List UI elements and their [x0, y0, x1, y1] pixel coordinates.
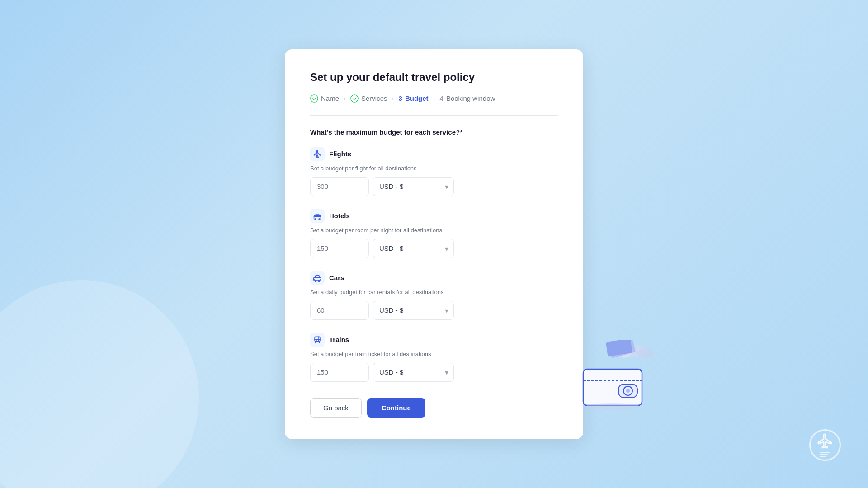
step-booking-label: Booking window — [446, 94, 495, 102]
step-budget-label: Budget — [405, 94, 429, 102]
section-question: What's the maximum budget for each servi… — [310, 128, 558, 136]
check-icon-services — [350, 94, 359, 103]
step-divider-1: › — [344, 94, 346, 102]
trains-description: Set a budget per train ticket for all de… — [310, 351, 558, 357]
step-services-label: Services — [361, 94, 387, 102]
cars-icon — [310, 271, 325, 285]
check-icon-name — [310, 94, 318, 103]
section-divider — [310, 115, 558, 116]
svg-point-8 — [316, 340, 317, 341]
flights-budget-input[interactable] — [310, 177, 369, 196]
trains-currency-select[interactable]: USD - $ EUR - € GBP - £ JPY - ¥ — [373, 363, 454, 382]
cars-currency-select[interactable]: USD - $ EUR - € GBP - £ JPY - ¥ — [373, 301, 454, 320]
step-divider-2: › — [392, 94, 394, 102]
svg-point-11 — [637, 348, 654, 358]
flights-inputs: USD - $ EUR - € GBP - £ JPY - ¥ ▾ — [310, 177, 558, 196]
service-header-flights: Flights — [310, 147, 558, 161]
stepper: Name › Services › 3 Budget › 4 Booking w… — [310, 94, 558, 103]
hotels-inputs: USD - $ EUR - € GBP - £ JPY - ¥ ▾ — [310, 239, 558, 258]
hotels-budget-input[interactable] — [310, 239, 369, 258]
service-header-hotels: Hotels — [310, 209, 558, 223]
flights-label: Flights — [329, 150, 351, 158]
go-back-button[interactable]: Go back — [310, 398, 362, 418]
svg-point-9 — [318, 340, 319, 341]
service-block-trains: Trains Set a budget per train ticket for… — [310, 333, 558, 382]
step-divider-3: › — [433, 94, 435, 102]
service-block-cars: Cars Set a daily budget for car rentals … — [310, 271, 558, 320]
corner-airplane-icon — [809, 429, 841, 461]
cars-currency-wrapper: USD - $ EUR - € GBP - £ JPY - ¥ ▾ — [373, 301, 454, 320]
svg-point-1 — [351, 94, 358, 102]
cars-label: Cars — [329, 274, 344, 282]
service-header-trains: Trains — [310, 333, 558, 347]
flights-icon — [310, 147, 325, 161]
step-name-label: Name — [321, 94, 339, 102]
wallet-illustration — [570, 340, 660, 412]
svg-point-20 — [585, 403, 640, 410]
step-booking-num: 4 — [440, 94, 443, 102]
cars-description: Set a daily budget for car rentals for a… — [310, 289, 558, 296]
step-booking-window: 4 Booking window — [440, 94, 495, 102]
bed-icon — [313, 212, 321, 220]
flights-currency-select[interactable]: USD - $ EUR - € GBP - £ JPY - ¥ — [373, 177, 454, 196]
action-buttons: Go back Continue — [310, 398, 558, 418]
hotels-icon — [310, 209, 325, 223]
flights-currency-wrapper: USD - $ EUR - € GBP - £ JPY - ¥ ▾ — [373, 177, 454, 196]
trains-currency-wrapper: USD - $ EUR - € GBP - £ JPY - ¥ ▾ — [373, 363, 454, 382]
svg-rect-4 — [314, 277, 321, 281]
svg-point-0 — [311, 94, 318, 102]
car-icon — [313, 274, 321, 282]
trains-label: Trains — [329, 336, 349, 343]
step-budget: 3 Budget — [399, 94, 429, 102]
trains-inputs: USD - $ EUR - € GBP - £ JPY - ¥ ▾ — [310, 363, 558, 382]
wallet-svg — [570, 340, 660, 412]
svg-rect-3 — [319, 219, 320, 220]
svg-rect-2 — [315, 219, 316, 220]
flights-description: Set a budget per flight for all destinat… — [310, 165, 558, 172]
step-budget-num: 3 — [399, 94, 402, 102]
continue-button[interactable]: Continue — [367, 398, 425, 418]
main-card: Set up your default travel policy Name ›… — [285, 49, 583, 439]
cars-inputs: USD - $ EUR - € GBP - £ JPY - ¥ ▾ — [310, 301, 558, 320]
svg-point-19 — [626, 389, 630, 393]
trains-budget-input[interactable] — [310, 363, 369, 382]
train-icon — [313, 336, 321, 344]
hotels-label: Hotels — [329, 212, 350, 220]
service-block-flights: Flights Set a budget per flight for all … — [310, 147, 558, 196]
airplane-svg — [817, 433, 833, 449]
step-services: Services — [350, 94, 387, 103]
service-block-hotels: Hotels Set a budget per room per night f… — [310, 209, 558, 258]
trains-icon — [310, 333, 325, 347]
page-title: Set up your default travel policy — [310, 71, 558, 84]
cars-budget-input[interactable] — [310, 301, 369, 320]
hotels-currency-wrapper: USD - $ EUR - € GBP - £ JPY - ¥ ▾ — [373, 239, 454, 258]
step-name: Name — [310, 94, 339, 103]
plane-icon — [313, 150, 321, 158]
hotels-description: Set a budget per room per night for all … — [310, 227, 558, 234]
hotels-currency-select[interactable]: USD - $ EUR - € GBP - £ JPY - ¥ — [373, 239, 454, 258]
corner-icon-lines — [820, 452, 830, 457]
service-header-cars: Cars — [310, 271, 558, 285]
